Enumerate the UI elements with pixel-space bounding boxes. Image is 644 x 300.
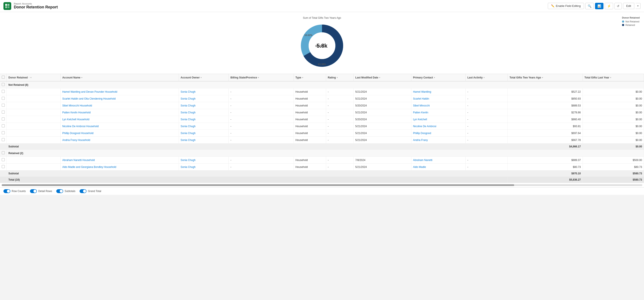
donor-retained-filter-icon[interactable]: ▾ — [30, 76, 32, 79]
last-modified-filter-icon[interactable]: ▾ — [379, 76, 380, 79]
account-name-link[interactable]: Lyn Ketchell Household — [62, 118, 90, 121]
account-name-link[interactable]: Phillip Doogood Household — [62, 132, 94, 135]
row-checkbox[interactable] — [2, 104, 5, 107]
primary-contact-link[interactable]: Abraham Nanetti — [413, 159, 432, 162]
primary-contact-link[interactable]: Lyn Ketchell — [413, 118, 427, 121]
row-primary-contact: Hamel Wantling — [411, 88, 466, 95]
account-owner-link[interactable]: Sonia Chugh — [180, 97, 196, 100]
row-counts-toggle[interactable] — [4, 189, 10, 193]
account-owner-link[interactable]: Sonia Chugh — [180, 139, 196, 142]
account-name-link[interactable]: Andria Frany Household — [62, 139, 90, 142]
legend-title: Donor Retained — [622, 16, 640, 19]
total-gifts-two-years-filter-icon[interactable]: ▾ — [542, 76, 543, 79]
subtotal-total-gifts-last-year: $0.00 — [582, 144, 644, 150]
search-button[interactable]: 🔍 — [585, 3, 594, 9]
row-last-activity: - — [466, 137, 508, 144]
total-gifts-last-year-filter-icon[interactable]: ▾ — [610, 76, 611, 79]
row-account-owner: Sonia Chugh — [179, 130, 228, 137]
primary-contact-link[interactable]: Phillip Doogood — [413, 132, 431, 135]
row-account-name: Phillip Doogood Household — [60, 130, 179, 137]
row-checkbox[interactable] — [2, 117, 5, 120]
account-name-link[interactable]: Aldo Madle and Georgiana Bondley Househo… — [62, 166, 116, 169]
primary-contact-link[interactable]: Andria Frany — [413, 139, 428, 142]
row-checkbox[interactable] — [2, 138, 5, 141]
col-donor-retained: Donor Retained ↑ ▾ — [7, 74, 60, 81]
row-checkbox[interactable] — [2, 124, 5, 127]
sort-asc-icon[interactable]: ↑ — [28, 76, 30, 79]
row-checkbox[interactable] — [2, 131, 5, 134]
row-checkbox[interactable] — [2, 111, 5, 114]
group-checkbox[interactable] — [2, 151, 5, 154]
subtotal-row: Subtotal $970.10 $580.73 — [0, 170, 644, 177]
primary-contact-link[interactable]: Hamel Wantling — [413, 90, 431, 93]
primary-contact-link[interactable]: Nicoline De Ambrosi — [413, 125, 436, 128]
enable-field-editing-button[interactable]: ✏️ Enable Field Editing — [548, 3, 584, 9]
primary-contact-link[interactable]: Aldo Madle — [413, 166, 426, 169]
table-row: Andria Frany Household Sonia Chugh - Hou… — [0, 137, 644, 144]
select-all-checkbox[interactable] — [2, 76, 5, 79]
account-name-link[interactable]: Abraham Nanetti Household — [62, 159, 95, 162]
row-checkbox[interactable] — [2, 158, 5, 161]
row-donor-retained — [7, 109, 60, 116]
account-owner-link[interactable]: Sonia Chugh — [180, 125, 196, 128]
row-last-modified-date: 5/21/2024 — [354, 137, 411, 144]
col-rating: Rating ▾ — [326, 74, 354, 81]
row-total-gifts-two-years-ago: $889.53 — [508, 102, 582, 109]
row-primary-contact: Phillip Doogood — [411, 130, 466, 137]
account-owner-link[interactable]: Sonia Chugh — [180, 132, 196, 135]
rating-filter-icon[interactable]: ▾ — [337, 76, 338, 79]
account-name-filter-icon[interactable]: ▾ — [81, 76, 82, 79]
refresh-button[interactable]: 📊 — [595, 3, 604, 9]
primary-contact-link[interactable]: Patten Kevlin — [413, 111, 428, 114]
report-label: Report: Accounts — [14, 2, 58, 5]
account-name-link[interactable]: Patten Kevlin Household — [62, 111, 90, 114]
account-owner-link[interactable]: Sonia Chugh — [180, 118, 196, 121]
billing-state-filter-icon[interactable]: ▾ — [258, 76, 259, 79]
account-owner-link[interactable]: Sonia Chugh — [180, 111, 196, 114]
account-owner-link[interactable]: Sonia Chugh — [180, 104, 196, 107]
subtotals-toggle[interactable] — [56, 189, 63, 193]
account-owner-link[interactable]: Sonia Chugh — [180, 159, 196, 162]
row-rating: - — [326, 123, 354, 130]
main-content: Sum of Total Gifts Two Years Ago 16.62% … — [0, 12, 644, 195]
row-rating: - — [326, 102, 354, 109]
account-name-link[interactable]: Sibel Minocchi Household — [62, 104, 92, 107]
reload-button[interactable]: ↺ — [614, 3, 622, 9]
account-name-link[interactable]: Scarlet Haldin and Olia Clendening House… — [62, 97, 116, 100]
row-last-activity: - — [466, 130, 508, 137]
row-checkbox[interactable] — [2, 165, 5, 168]
row-account-name: Nicoline De Ambrosi Household — [60, 123, 179, 130]
primary-contact-filter-icon[interactable]: ▾ — [434, 76, 435, 79]
account-owner-filter-icon[interactable]: ▾ — [200, 76, 202, 79]
filter-button[interactable]: ⚡ — [605, 3, 613, 9]
account-name-link[interactable]: Hamel Wantling and Devan Pounder Househo… — [62, 90, 117, 93]
primary-contact-link[interactable]: Sibel Minocchi — [413, 104, 430, 107]
row-counts-toggle-group: Row Counts — [4, 189, 26, 193]
row-checkbox[interactable] — [2, 97, 5, 100]
detail-rows-toggle-group: Detail Rows — [30, 189, 52, 193]
primary-contact-link[interactable]: Scarlet Haldin — [413, 97, 429, 100]
row-donor-retained — [7, 102, 60, 109]
grand-total-toggle[interactable] — [80, 189, 86, 193]
edit-button[interactable]: Edit — [623, 3, 634, 9]
table-wrap: Donor Retained ↑ ▾ Account Name ▾ — [0, 74, 644, 187]
row-total-gifts-last-year: $500.00 — [582, 157, 644, 164]
group-checkbox[interactable] — [2, 83, 5, 86]
detail-rows-toggle[interactable] — [30, 189, 37, 193]
row-last-modified-date: 7/8/2024 — [354, 157, 411, 164]
edit-dropdown-button[interactable]: ▾ — [636, 3, 640, 9]
type-filter-icon[interactable]: ▾ — [302, 76, 303, 79]
last-activity-filter-icon[interactable]: ▾ — [484, 76, 484, 79]
grand-total-gifts-two-years-ago: $5,836.27 — [508, 177, 582, 183]
svg-rect-2 — [5, 6, 7, 8]
row-primary-contact: Sibel Minocchi — [411, 102, 466, 109]
table-row: Nicoline De Ambrosi Household Sonia Chug… — [0, 123, 644, 130]
account-name-link[interactable]: Nicoline De Ambrosi Household — [62, 125, 99, 128]
row-checkbox[interactable] — [2, 90, 5, 93]
chart-legend: Donor Retained Not Retained Retained — [622, 16, 640, 27]
col-total-gifts-last-year: Total Gifts Last Year ▾ — [582, 74, 644, 81]
table-row: Patten Kevlin Household Sonia Chugh - Ho… — [0, 109, 644, 116]
account-owner-link[interactable]: Sonia Chugh — [180, 166, 196, 169]
not-retained-percent: 16.62% — [304, 34, 312, 36]
account-owner-link[interactable]: Sonia Chugh — [180, 90, 196, 93]
